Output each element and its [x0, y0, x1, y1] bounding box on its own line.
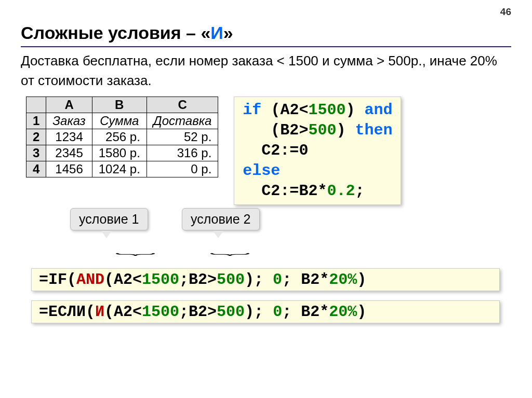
literal: 1500 [142, 303, 179, 321]
code-text: ; [355, 182, 364, 200]
cell: Сумма [92, 113, 147, 129]
literal: 0 [273, 303, 282, 321]
title-prefix: Сложные условия – « [21, 23, 210, 43]
literal: 0 [273, 271, 282, 289]
kw-then: then [355, 121, 392, 139]
f-text: ); [245, 303, 273, 321]
row-header: 4 [26, 161, 46, 177]
literal: 500 [217, 271, 245, 289]
literal: 20% [329, 303, 357, 321]
f-text: ; B2* [282, 271, 329, 289]
cell: 1456 [46, 161, 92, 177]
literal: 1500 [308, 101, 345, 119]
f-text: ;B2> [179, 271, 217, 289]
literal: 20% [329, 271, 357, 289]
excel-formula-en: =IF(AND(A2<1500;B2>500); 0; B2*20%) [31, 268, 500, 291]
f-text: ) [357, 303, 366, 321]
code-text: (B2> [243, 121, 308, 139]
cell: 2345 [46, 145, 92, 161]
kw-else: else [243, 162, 280, 180]
kw-and: and [364, 101, 392, 119]
literal: 500 [308, 121, 336, 139]
f-fn: AND [76, 271, 104, 289]
f-text: ); [245, 271, 273, 289]
f-text: ) [357, 271, 366, 289]
pascal-code-block: if (A2<1500) and (B2>500) then C2:=0 els… [234, 97, 401, 205]
callout-tail [213, 231, 223, 238]
intro-text: Доставка бесплатна, если номер заказа < … [21, 51, 511, 90]
f-text: ;B2> [179, 303, 217, 321]
literal: 500 [217, 303, 245, 321]
callout-row: условие 1 условие 2 ⏟ ⏟ [21, 208, 511, 265]
code-text: ) [345, 101, 364, 119]
f-text: ; B2* [282, 303, 329, 321]
code-text: C2:=B2* [243, 182, 327, 200]
callout-condition-2: условие 2 [182, 208, 260, 230]
cell: 1234 [46, 129, 92, 145]
literal: 0.2 [327, 182, 355, 200]
title-accent: И [210, 23, 223, 43]
excel-formula-ru: =ЕСЛИ(И(A2<1500;B2>500); 0; B2*20%) [31, 300, 500, 323]
code-text: (A2< [261, 101, 308, 119]
spreadsheet-table: A B C 1 Заказ Сумма Доставка 2 1234 256 … [26, 97, 218, 177]
row-header: 2 [26, 129, 46, 145]
cell: Доставка [147, 113, 218, 129]
cell: 0 р. [147, 161, 218, 177]
col-b-header: B [92, 97, 147, 113]
brace-icon: ⏟ [116, 242, 155, 257]
callout-tail [101, 231, 112, 238]
col-a-header: A [46, 97, 92, 113]
cell: 256 р. [92, 129, 147, 145]
cell: 1024 р. [92, 161, 147, 177]
page-title: Сложные условия – «И» [21, 23, 511, 47]
f-fn: И [95, 303, 104, 321]
f-text: (A2< [104, 271, 142, 289]
page-number: 46 [21, 6, 511, 18]
code-text: C2:=0 [243, 142, 308, 159]
code-text: ) [336, 121, 355, 139]
f-text: =ЕСЛИ( [39, 303, 95, 321]
title-suffix: » [223, 23, 233, 43]
literal: 1500 [142, 271, 179, 289]
f-text: =IF( [39, 271, 76, 289]
cell: 1580 р. [92, 145, 147, 161]
cell: 52 р. [147, 129, 218, 145]
cell: Заказ [46, 113, 92, 129]
callout-condition-1: условие 1 [70, 208, 148, 230]
row-header: 1 [26, 113, 46, 129]
cell: 316 р. [147, 145, 218, 161]
col-c-header: C [147, 97, 218, 113]
row-header: 3 [26, 145, 46, 161]
kw-if: if [243, 101, 261, 119]
brace-icon: ⏟ [210, 242, 249, 257]
f-text: (A2< [104, 303, 142, 321]
corner-cell [26, 97, 46, 113]
